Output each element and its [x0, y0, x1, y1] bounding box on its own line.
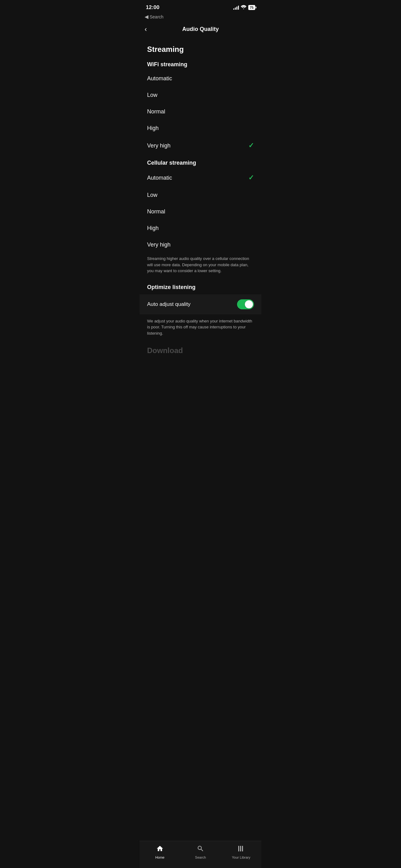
auto-adjust-label: Auto adjust quality: [147, 301, 191, 307]
signal-icon: [233, 5, 239, 10]
cellular-veryhigh-label: Very high: [147, 242, 170, 248]
page-header: ‹ Audio Quality: [140, 21, 261, 39]
cellular-normal-option[interactable]: Normal: [140, 204, 261, 220]
battery-icon: 75: [248, 5, 255, 10]
content: Streaming WiFi streaming Automatic Low N…: [140, 39, 261, 382]
streaming-section-title: Streaming: [140, 41, 261, 56]
auto-adjust-toggle[interactable]: [237, 299, 254, 309]
cellular-high-label: High: [147, 225, 159, 231]
cellular-low-option[interactable]: Low: [140, 187, 261, 204]
wifi-low-label: Low: [147, 92, 157, 98]
wifi-veryhigh-check-icon: ✓: [248, 142, 254, 150]
wifi-subsection-title: WiFi streaming: [140, 56, 261, 70]
wifi-normal-label: Normal: [147, 108, 165, 115]
cellular-automatic-check-icon: ✓: [248, 174, 254, 182]
optimize-section-title: Optimize listening: [140, 279, 261, 293]
back-button[interactable]: ‹: [144, 25, 147, 33]
toggle-thumb: [245, 300, 253, 308]
auto-adjust-row: Auto adjust quality: [140, 294, 261, 314]
wifi-normal-option[interactable]: Normal: [140, 103, 261, 120]
cellular-high-option[interactable]: High: [140, 220, 261, 237]
cellular-normal-label: Normal: [147, 208, 165, 215]
status-time: 12:00: [146, 4, 159, 11]
cellular-description: Streaming higher audio quality over a ce…: [140, 253, 261, 279]
download-section-title: Download: [140, 341, 261, 358]
auto-adjust-description: We adjust your audio quality when your i…: [140, 316, 261, 342]
cellular-automatic-label: Automatic: [147, 175, 172, 181]
cellular-low-label: Low: [147, 192, 157, 198]
cellular-subsection-title: Cellular streaming: [140, 155, 261, 169]
status-bar: 12:00 75: [140, 0, 261, 12]
cellular-veryhigh-option[interactable]: Very high: [140, 237, 261, 253]
wifi-automatic-label: Automatic: [147, 75, 172, 82]
wifi-veryhigh-label: Very high: [147, 143, 170, 149]
page-title: Audio Quality: [182, 26, 219, 32]
back-chevron-icon: ◀: [144, 14, 148, 20]
status-icons: 75: [233, 5, 255, 10]
wifi-veryhigh-option[interactable]: Very high ✓: [140, 136, 261, 155]
wifi-high-option[interactable]: High: [140, 120, 261, 136]
wifi-high-label: High: [147, 125, 159, 131]
wifi-icon: [241, 5, 246, 10]
wifi-low-option[interactable]: Low: [140, 87, 261, 103]
back-nav[interactable]: ◀ Search: [140, 12, 261, 21]
wifi-automatic-option[interactable]: Automatic: [140, 70, 261, 87]
cellular-automatic-option[interactable]: Automatic ✓: [140, 169, 261, 187]
back-nav-label: Search: [149, 14, 163, 19]
